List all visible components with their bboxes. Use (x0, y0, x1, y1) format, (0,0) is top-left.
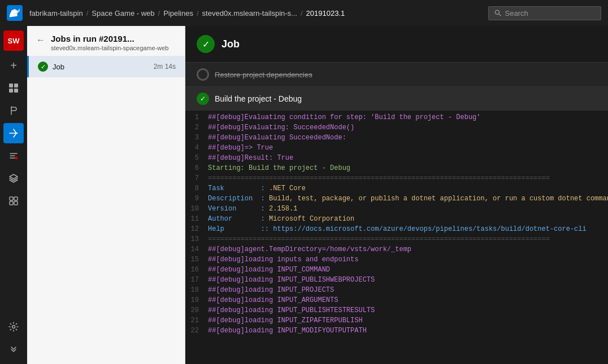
sep2: / (158, 9, 160, 17)
line-number: 17 (185, 276, 208, 284)
line-text: Version : 2.158.1 (208, 205, 608, 213)
expand-icon[interactable] (3, 339, 24, 359)
svg-rect-2 (9, 84, 13, 87)
jobs-header: ← Jobs in run #20191... steved0x.mslearn… (27, 26, 185, 56)
sep4: / (301, 9, 303, 17)
jobs-panel: ← Jobs in run #20191... steved0x.mslearn… (27, 26, 185, 364)
build-step-title: Build the project - Debug (215, 94, 302, 103)
line-text: ##[debug]loading INPUT_ARGUMENTS (208, 296, 608, 304)
line-text: Help :: https://docs.microsoft.com/azure… (208, 225, 608, 233)
line-number: 1 (185, 113, 208, 121)
back-button[interactable]: ← (36, 35, 45, 45)
line-text: ##[debug]Evaluating: SucceededNode() (208, 124, 608, 131)
svg-rect-10 (14, 201, 18, 205)
line-text: ##[debug]loading INPUT_PROJECTS (208, 286, 608, 294)
jobs-panel-subtitle: steved0x.mslearn-tailspin-spacegame-web (51, 45, 176, 51)
svg-rect-8 (14, 197, 18, 200)
log-line: 1##[debug]Evaluating condition for step:… (185, 113, 608, 123)
line-text: ========================================… (208, 174, 608, 182)
line-text: ##[debug]Evaluating condition for step: … (208, 113, 608, 121)
task-spinner-icon (197, 68, 209, 81)
line-text: Task : .NET Core (208, 185, 608, 192)
job-item[interactable]: ✓ Job 2m 14s (27, 56, 185, 77)
svg-line-1 (499, 14, 501, 16)
sidebar-item-extensions[interactable] (3, 191, 24, 211)
partial-task-bar[interactable]: Restore project dependencies (185, 63, 608, 87)
svg-rect-3 (14, 84, 18, 87)
sidebar-item-boards[interactable] (3, 78, 24, 98)
log-line: 14##[debug]agent.TempDirectory=/home/vst… (185, 245, 608, 255)
line-text: ========================================… (208, 235, 608, 243)
top-nav: fabrikam-tailspin / Space Game - web / P… (0, 0, 608, 26)
log-line: 20##[debug]loading INPUT_PUBLISHTESTRESU… (185, 306, 608, 316)
build-step-icon: ✓ (197, 93, 209, 105)
line-number: 15 (185, 256, 208, 264)
sep1: / (86, 9, 89, 17)
build-step-bar[interactable]: ✓ Build the project - Debug (185, 87, 608, 111)
sidebar-item-settings[interactable] (3, 317, 24, 337)
line-number: 20 (185, 306, 208, 314)
line-text: ##[debug]Evaluating SucceededNode: (208, 134, 608, 142)
jobs-panel-title: Jobs in run #20191... (51, 34, 176, 43)
sidebar-icons: SW + (0, 26, 27, 364)
user-avatar[interactable]: SW (3, 30, 24, 51)
breadcrumb-org[interactable]: fabrikam-tailspin (29, 9, 83, 17)
log-line: 11Author : Microsoft Corporation (185, 214, 608, 225)
line-number: 19 (185, 296, 208, 304)
line-number: 22 (185, 327, 208, 335)
breadcrumb-project[interactable]: Space Game - web (92, 9, 154, 17)
sidebar-item-testplans[interactable] (3, 146, 24, 166)
breadcrumb-run[interactable]: 20191023.1 (306, 9, 345, 17)
line-text: ##[debug]agent.TempDirectory=/home/vsts/… (208, 245, 608, 253)
job-success-icon: ✓ (38, 62, 48, 72)
log-line: 21##[debug]loading INPUT_ZIPAFTERPUBLISH (185, 316, 608, 326)
partial-task-name: Restore project dependencies (215, 71, 312, 79)
line-text: ##[debug]loading INPUT_PUBLISHWEBPROJECT… (208, 276, 608, 284)
sidebar-item-pipelines[interactable] (3, 123, 24, 143)
sidebar-item-artifacts[interactable] (3, 168, 24, 188)
log-content[interactable]: 1##[debug]Evaluating condition for step:… (185, 111, 608, 364)
main-area: SW + (0, 26, 608, 364)
search-input[interactable] (505, 9, 595, 17)
line-number: 14 (185, 245, 208, 253)
job-header-icon: ✓ (197, 35, 215, 53)
add-button[interactable]: + (3, 55, 24, 76)
log-line: 6Starting: Build the project - Debug (185, 164, 608, 174)
sidebar-item-repos[interactable] (3, 100, 24, 121)
line-number: 11 (185, 215, 208, 223)
job-header-title: Job (222, 38, 240, 50)
line-number: 5 (185, 154, 208, 162)
log-line: 16##[debug]loading INPUT_COMMAND (185, 265, 608, 275)
sep3: / (197, 9, 199, 17)
log-line: 18##[debug]loading INPUT_PROJECTS (185, 286, 608, 296)
line-number: 10 (185, 205, 208, 213)
log-line: 13======================================… (185, 235, 608, 245)
line-number: 18 (185, 286, 208, 294)
azure-devops-logo[interactable] (7, 5, 23, 21)
svg-point-0 (495, 10, 499, 14)
breadcrumb-pipelines[interactable]: Pipelines (163, 9, 193, 17)
breadcrumb-pipeline[interactable]: steved0x.mslearn-tailspin-s... (202, 9, 297, 17)
log-line: 12Help :: https://docs.microsoft.com/azu… (185, 225, 608, 235)
job-header: ✓ Job (185, 26, 608, 63)
line-number: 21 (185, 317, 208, 324)
line-number: 13 (185, 235, 208, 243)
log-line: 22##[debug]loading INPUT_MODIFYOUTPUTPAT… (185, 326, 608, 336)
line-number: 2 (185, 124, 208, 131)
line-text: ##[debug]loading inputs and endpoints (208, 256, 608, 264)
search-box[interactable] (488, 6, 601, 20)
log-panel: ✓ Job Restore project dependencies ✓ Bui… (185, 26, 608, 364)
line-number: 3 (185, 134, 208, 142)
search-icon (494, 9, 502, 17)
log-line: 7=======================================… (185, 174, 608, 184)
line-text: ##[debug]=> True (208, 144, 608, 152)
log-line: 9Description : Build, test, package, or … (185, 194, 608, 204)
svg-rect-7 (10, 197, 13, 200)
breadcrumb: fabrikam-tailspin / Space Game - web / P… (29, 9, 488, 17)
line-text: ##[debug]loading INPUT_ZIPAFTERPUBLISH (208, 317, 608, 324)
svg-rect-4 (9, 89, 13, 93)
svg-rect-5 (14, 89, 18, 93)
jobs-list: ✓ Job 2m 14s (27, 56, 185, 364)
line-number: 9 (185, 195, 208, 203)
log-line: 5##[debug]Result: True (185, 154, 608, 164)
